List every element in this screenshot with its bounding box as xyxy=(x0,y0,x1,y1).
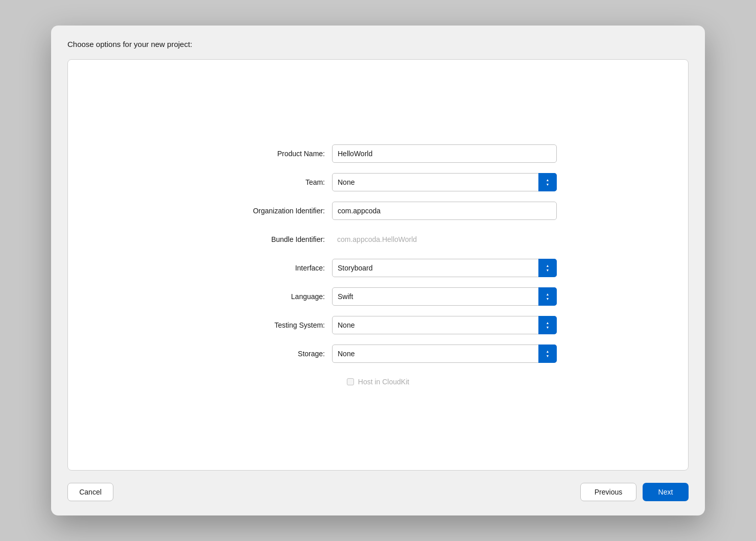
bundle-id-value: com.appcoda.HelloWorld xyxy=(332,232,422,247)
dialog-footer: Cancel Previous Next xyxy=(67,483,689,501)
language-select-wrapper: Swift Objective-C xyxy=(332,287,557,306)
cloudkit-row: Host in CloudKit xyxy=(199,378,557,386)
team-label: Team: xyxy=(199,178,332,186)
new-project-dialog: Choose options for your new project: Pro… xyxy=(51,26,705,515)
testing-select-wrapper: None XCTest Swift Testing xyxy=(332,316,557,334)
team-select-wrapper: None Personal Team Company Team xyxy=(332,173,557,191)
cancel-button[interactable]: Cancel xyxy=(67,483,113,501)
testing-select[interactable]: None XCTest Swift Testing xyxy=(332,316,557,334)
language-select[interactable]: Swift Objective-C xyxy=(332,287,557,306)
testing-row: Testing System: None XCTest Swift Testin… xyxy=(199,315,557,335)
interface-row: Interface: Storyboard SwiftUI xyxy=(199,258,557,278)
bundle-id-label: Bundle Identifier: xyxy=(199,235,332,243)
product-name-label: Product Name: xyxy=(199,150,332,158)
footer-left: Cancel xyxy=(67,483,113,501)
product-name-row: Product Name: xyxy=(199,144,557,163)
bundle-id-row: Bundle Identifier: com.appcoda.HelloWorl… xyxy=(199,230,557,249)
form-container: Product Name: Team: None Personal Team C… xyxy=(199,144,557,386)
org-id-input[interactable] xyxy=(332,202,557,220)
product-name-control xyxy=(332,144,557,163)
storage-select-wrapper: None Core Data SwiftData xyxy=(332,345,557,363)
product-name-input[interactable] xyxy=(332,144,557,163)
team-row: Team: None Personal Team Company Team xyxy=(199,173,557,192)
bundle-id-control: com.appcoda.HelloWorld xyxy=(332,235,557,244)
storage-control: None Core Data SwiftData xyxy=(332,345,557,363)
team-select[interactable]: None Personal Team Company Team xyxy=(332,173,557,191)
language-row: Language: Swift Objective-C xyxy=(199,287,557,306)
interface-control: Storyboard SwiftUI xyxy=(332,259,557,277)
previous-button[interactable]: Previous xyxy=(580,483,636,501)
storage-select[interactable]: None Core Data SwiftData xyxy=(332,345,557,363)
team-control: None Personal Team Company Team xyxy=(332,173,557,191)
next-button[interactable]: Next xyxy=(643,483,689,501)
storage-row: Storage: None Core Data SwiftData xyxy=(199,344,557,363)
dialog-header: Choose options for your new project: xyxy=(67,40,689,49)
testing-control: None XCTest Swift Testing xyxy=(332,316,557,334)
org-id-row: Organization Identifier: xyxy=(199,201,557,220)
cloudkit-checkbox[interactable] xyxy=(347,378,354,385)
interface-label: Interface: xyxy=(199,264,332,272)
interface-select-wrapper: Storyboard SwiftUI xyxy=(332,259,557,277)
org-id-control xyxy=(332,202,557,220)
interface-select[interactable]: Storyboard SwiftUI xyxy=(332,259,557,277)
org-id-label: Organization Identifier: xyxy=(199,207,332,215)
dialog-title: Choose options for your new project: xyxy=(67,40,192,48)
language-label: Language: xyxy=(199,292,332,301)
language-control: Swift Objective-C xyxy=(332,287,557,306)
storage-label: Storage: xyxy=(199,350,332,358)
content-area: Product Name: Team: None Personal Team C… xyxy=(67,59,689,471)
footer-right: Previous Next xyxy=(580,483,689,501)
cloudkit-label: Host in CloudKit xyxy=(358,378,409,386)
testing-label: Testing System: xyxy=(199,321,332,329)
